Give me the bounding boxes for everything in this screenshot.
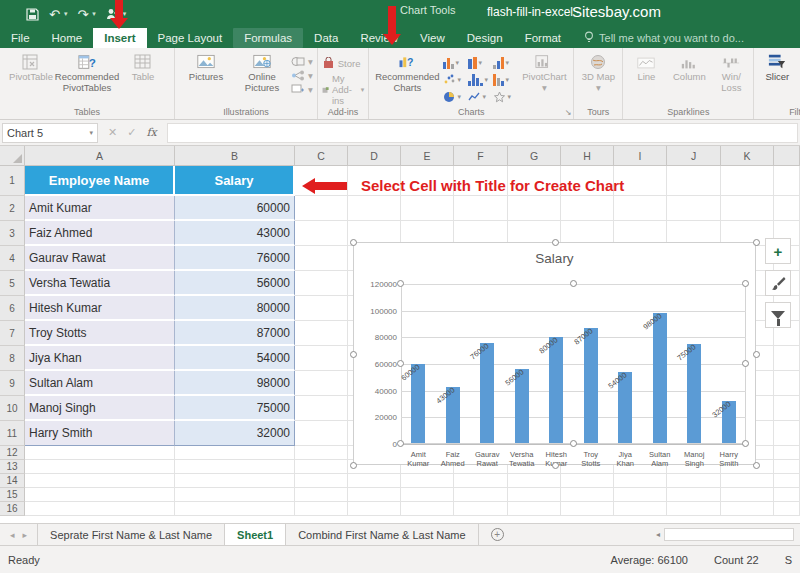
row-header-3[interactable]: 3: [0, 221, 25, 246]
cell-K2[interactable]: [721, 196, 774, 221]
redo-dropdown-icon[interactable]: ▾: [92, 10, 96, 18]
column-header-J[interactable]: J: [667, 146, 721, 165]
scroll-left-icon[interactable]: ◂: [656, 530, 660, 539]
cell-b14[interactable]: [175, 474, 295, 488]
column-header-D[interactable]: D: [348, 146, 401, 165]
row-header-2[interactable]: 2: [0, 196, 25, 221]
cell-C16[interactable]: [295, 502, 348, 516]
column-header-B[interactable]: B: [175, 146, 295, 165]
row-header-14[interactable]: 14: [0, 474, 25, 488]
row-header-11[interactable]: 11: [0, 421, 25, 446]
sparkline-line-button[interactable]: Line: [627, 51, 665, 83]
cell-x13[interactable]: [774, 460, 800, 474]
insert-statistic-chart-button[interactable]: ▾: [468, 72, 492, 88]
selection-handle[interactable]: [753, 239, 760, 246]
selection-handle[interactable]: [570, 440, 577, 447]
column-header-E[interactable]: E: [401, 146, 454, 165]
row-header-8[interactable]: 8: [0, 346, 25, 371]
cell-a1[interactable]: Employee Name: [25, 166, 175, 196]
row-header-10[interactable]: 10: [0, 396, 25, 421]
cell-C9[interactable]: [295, 371, 348, 396]
selection-handle[interactable]: [552, 239, 559, 246]
cell-C12[interactable]: [295, 446, 348, 460]
cell-a7[interactable]: Troy Stotts: [25, 321, 175, 346]
cell-b5[interactable]: 56000: [175, 271, 295, 296]
selection-handle[interactable]: [552, 462, 559, 469]
cell-C5[interactable]: [295, 271, 348, 296]
cell-G16[interactable]: [508, 502, 561, 516]
table-button[interactable]: Table: [116, 51, 170, 83]
pivottable-button[interactable]: PivotTable: [4, 51, 58, 83]
cell-b9[interactable]: 98000: [175, 371, 295, 396]
enter-formula-icon[interactable]: ✓: [127, 126, 136, 139]
insert-line-chart-button[interactable]: ▾: [468, 89, 492, 105]
chart-xaxis-label[interactable]: SultanAlam: [643, 450, 678, 469]
cell-b16[interactable]: [175, 502, 295, 516]
chart-xaxis-label[interactable]: VershaTewatia: [505, 450, 540, 469]
cell-J2[interactable]: [667, 196, 721, 221]
charts-dialog-launcher-icon[interactable]: ↘: [565, 108, 572, 117]
sheet-tab-sheet1[interactable]: Sheet1: [225, 524, 286, 545]
select-all-corner[interactable]: [0, 146, 25, 165]
selection-handle[interactable]: [742, 360, 749, 367]
column-header-K[interactable]: K: [721, 146, 774, 165]
cell-I16[interactable]: [614, 502, 667, 516]
chart-bar[interactable]: [687, 344, 701, 443]
name-box[interactable]: Chart 5 ▾: [2, 123, 98, 143]
selection-handle[interactable]: [570, 280, 577, 287]
cell-a2[interactable]: Amit Kumar: [25, 196, 175, 221]
insert-scatter-chart-button[interactable]: ▾: [443, 72, 467, 88]
cell-a3[interactable]: Faiz Ahmed: [25, 221, 175, 246]
cell-b8[interactable]: 54000: [175, 346, 295, 371]
insert-hierarchy-chart-button[interactable]: ▾: [493, 55, 517, 71]
3d-map-button[interactable]: 3D Map ▾: [578, 51, 618, 94]
cell-x16[interactable]: [774, 502, 800, 516]
column-header-C[interactable]: C: [295, 146, 348, 165]
selection-handle[interactable]: [397, 280, 404, 287]
cell-G15[interactable]: [508, 488, 561, 502]
sheet-tab-combind-first-name-last-name[interactable]: Combind First Name & Last Name: [286, 524, 479, 545]
cell-I2[interactable]: [614, 196, 667, 221]
chart-bar[interactable]: [653, 313, 667, 443]
tab-data[interactable]: Data: [303, 28, 349, 48]
chart-bar[interactable]: [584, 328, 598, 443]
insert-bar-chart-button[interactable]: ▾: [468, 55, 492, 71]
screenshot-button[interactable]: ▾: [291, 84, 313, 95]
cell-C4[interactable]: [295, 246, 348, 271]
cell-G2[interactable]: [508, 196, 561, 221]
selection-handle[interactable]: [742, 440, 749, 447]
row-header-7[interactable]: 7: [0, 321, 25, 346]
selection-handle[interactable]: [753, 351, 760, 358]
cell-x12[interactable]: [774, 446, 800, 460]
cell-b10[interactable]: 75000: [175, 396, 295, 421]
cell-b3[interactable]: 43000: [175, 221, 295, 246]
insert-function-icon[interactable]: fx: [146, 126, 156, 139]
chart-xaxis-label[interactable]: FaizAhmed: [436, 450, 471, 469]
cell-x8[interactable]: [774, 346, 800, 371]
tab-insert[interactable]: Insert: [93, 28, 146, 48]
sparkline-column-button[interactable]: Column: [667, 51, 711, 83]
selection-handle[interactable]: [350, 462, 357, 469]
cell-H15[interactable]: [561, 488, 614, 502]
chart-xaxis-label[interactable]: ManojSingh: [677, 450, 712, 469]
sheet-tab-seprate-first-name-last-name[interactable]: Seprate First Name & Last Name: [37, 524, 225, 545]
cell-G14[interactable]: [508, 474, 561, 488]
cell-b11[interactable]: 32000: [175, 421, 295, 446]
column-header-F[interactable]: F: [454, 146, 508, 165]
cell-H2[interactable]: [561, 196, 614, 221]
smartart-button[interactable]: ▾: [291, 70, 313, 81]
row-header-5[interactable]: 5: [0, 271, 25, 296]
chart-bar[interactable]: [549, 337, 563, 443]
tab-view[interactable]: View: [409, 28, 456, 48]
insert-column-chart-button[interactable]: ▾: [443, 55, 467, 71]
chart-xaxis-label[interactable]: GauravRawat: [470, 450, 505, 469]
horizontal-scrollbar[interactable]: ◂: [656, 528, 794, 541]
cell-x15[interactable]: [774, 488, 800, 502]
cell-x11[interactable]: [774, 421, 800, 446]
tab-file[interactable]: File: [0, 28, 41, 48]
undo-dropdown-icon[interactable]: ▾: [64, 10, 68, 18]
cell-K1[interactable]: [721, 166, 774, 196]
cell-C8[interactable]: [295, 346, 348, 371]
cell-C15[interactable]: [295, 488, 348, 502]
shapes-button[interactable]: ▾: [291, 56, 313, 67]
